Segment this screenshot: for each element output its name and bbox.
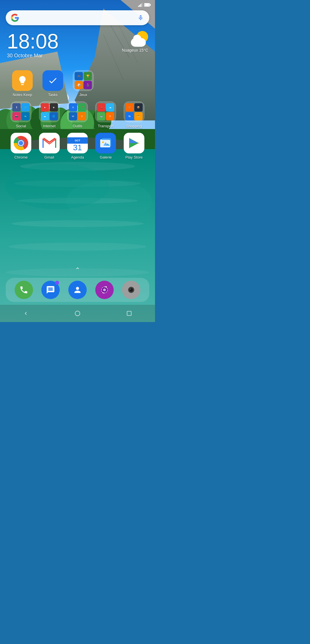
svg-point-28 — [9, 243, 146, 251]
clock-weather-widget: 18:08 30 Octobre Mar Nuageux 15°C — [0, 25, 155, 59]
app-play-store[interactable]: Play Store — [120, 133, 148, 159]
tasks-label: Tasks — [48, 93, 57, 97]
svg-point-31 — [66, 181, 152, 221]
shopping-mini-4: 💳 — [134, 112, 143, 120]
app-social[interactable]: f 🐦 📷 in Social — [7, 102, 35, 128]
microphone-icon[interactable] — [137, 14, 145, 22]
dock-contacts[interactable] — [68, 281, 87, 299]
folders-row: f 🐦 📷 in Social ● ◈ ☁ 🌐 Internet G 📍 W — [6, 102, 149, 128]
weather-description: Nuageux 15°C — [122, 48, 148, 52]
notes-keep-icon — [12, 70, 33, 91]
dock-phone[interactable] — [15, 281, 33, 299]
status-bar — [0, 0, 155, 8]
weather-icon — [131, 31, 148, 47]
internet-mini-2: ◈ — [50, 103, 58, 112]
internet-mini-1: ● — [41, 103, 49, 112]
svg-point-27 — [11, 220, 144, 227]
internet-folder-icon: ● ◈ ☁ 🌐 — [39, 102, 60, 122]
social-folder-icon: f 🐦 📷 in — [11, 102, 31, 122]
recents-button[interactable] — [122, 306, 136, 321]
transport-mini-1: 🚗 — [97, 103, 105, 112]
dock-music[interactable] — [95, 281, 114, 299]
play-store-label: Play Store — [125, 155, 143, 159]
jeux-folder-icon: 🎮 🏆 🎲 🕹️ — [73, 70, 94, 91]
weather-widget: Nuageux 15°C — [122, 31, 148, 52]
shopping-label: Shopping — [126, 124, 142, 128]
messages-badge — [55, 281, 59, 285]
home-button[interactable] — [70, 306, 85, 321]
transport-mini-2: ☁ — [106, 103, 114, 112]
app-internet[interactable]: ● ◈ ☁ 🌐 Internet — [36, 102, 63, 128]
apps-area: Notes Keep Tasks 🎮 🏆 🎲 — [0, 59, 155, 159]
app-outils[interactable]: G 📍 W X Outils — [64, 102, 91, 128]
internet-label: Internet — [43, 124, 56, 128]
jeux-mini-4: 🕹️ — [84, 81, 92, 89]
search-bar[interactable] — [6, 10, 149, 25]
dock-messages[interactable] — [41, 281, 60, 299]
signal-icon — [138, 3, 142, 7]
app-notes-keep[interactable]: Notes Keep — [9, 70, 36, 97]
music-icon — [95, 281, 114, 299]
shopping-folder-icon: 🛒 📦 🛍 💳 — [124, 102, 144, 122]
notes-keep-label: Notes Keep — [13, 93, 32, 97]
cloud-icon — [131, 38, 146, 47]
chrome-label: Chrome — [14, 155, 28, 159]
transport-mini-4: ✈ — [106, 112, 114, 120]
dock-bar — [6, 278, 149, 302]
agenda-icon: OCT 31 — [67, 133, 88, 153]
apps-row-1: Notes Keep Tasks 🎮 🏆 🎲 — [6, 70, 149, 97]
svg-point-44 — [102, 141, 104, 143]
svg-point-58 — [104, 289, 105, 290]
shopping-mini-1: 🛒 — [125, 103, 134, 112]
app-agenda[interactable]: OCT 31 Agenda — [64, 133, 91, 159]
transport-folder-icon: 🚗 ☁ 🚌 ✈ — [95, 102, 116, 122]
internet-mini-3: ☁ — [41, 112, 49, 120]
social-label: Social — [16, 124, 26, 128]
phone-icon — [15, 281, 33, 299]
transport-label: Transport — [98, 124, 114, 128]
battery-icon — [144, 3, 150, 7]
app-jeux[interactable]: 🎮 🏆 🎲 🕹️ Jeux — [69, 70, 97, 97]
drawer-chevron-icon: ⌃ — [75, 266, 80, 274]
galerie-label: Galerie — [100, 155, 112, 159]
drawer-handle[interactable]: ⌃ — [6, 266, 149, 274]
social-mini-2: 🐦 — [21, 103, 30, 112]
main-apps-row: Chrome Gmail — [6, 133, 149, 159]
app-transport[interactable]: 🚗 ☁ 🚌 ✈ Transport — [92, 102, 119, 128]
shopping-mini-2: 📦 — [134, 103, 143, 112]
svg-marker-52 — [130, 139, 138, 143]
social-mini-3: 📷 — [12, 112, 21, 120]
outils-mini-2: 📍 — [78, 103, 86, 112]
app-galerie[interactable]: Galerie — [92, 133, 119, 159]
outils-folder-icon: G 📍 W X — [67, 102, 88, 122]
svg-point-63 — [75, 311, 80, 316]
dock-area: ⌃ — [0, 266, 155, 302]
play-store-icon — [124, 133, 144, 153]
app-chrome[interactable]: Chrome — [7, 133, 35, 159]
shopping-mini-3: 🛍 — [125, 112, 134, 120]
jeux-mini-3: 🎲 — [75, 81, 83, 89]
svg-rect-36 — [42, 139, 44, 148]
gmail-icon — [39, 133, 60, 153]
svg-marker-53 — [130, 143, 138, 147]
clock-date: 30 Octobre Mar — [7, 53, 59, 59]
social-mini-4: in — [21, 112, 30, 120]
dock-camera[interactable] — [122, 281, 140, 299]
svg-point-54 — [76, 287, 79, 290]
tasks-icon — [42, 70, 63, 91]
outils-mini-4: X — [78, 112, 86, 120]
jeux-mini-2: 🏆 — [84, 72, 92, 80]
gmail-label: Gmail — [44, 155, 54, 159]
svg-rect-64 — [127, 311, 131, 316]
app-tasks[interactable]: Tasks — [39, 70, 67, 97]
app-gmail[interactable]: Gmail — [36, 133, 63, 159]
outils-mini-1: G — [69, 103, 77, 112]
outils-label: Outils — [73, 124, 82, 128]
camera-icon — [122, 281, 140, 299]
internet-mini-4: 🌐 — [50, 112, 58, 120]
social-mini-1: f — [12, 103, 21, 112]
svg-point-35 — [19, 141, 23, 145]
svg-point-62 — [130, 289, 131, 290]
back-button[interactable] — [19, 306, 33, 321]
app-shopping[interactable]: 🛒 📦 🛍 💳 Shopping — [120, 102, 148, 128]
